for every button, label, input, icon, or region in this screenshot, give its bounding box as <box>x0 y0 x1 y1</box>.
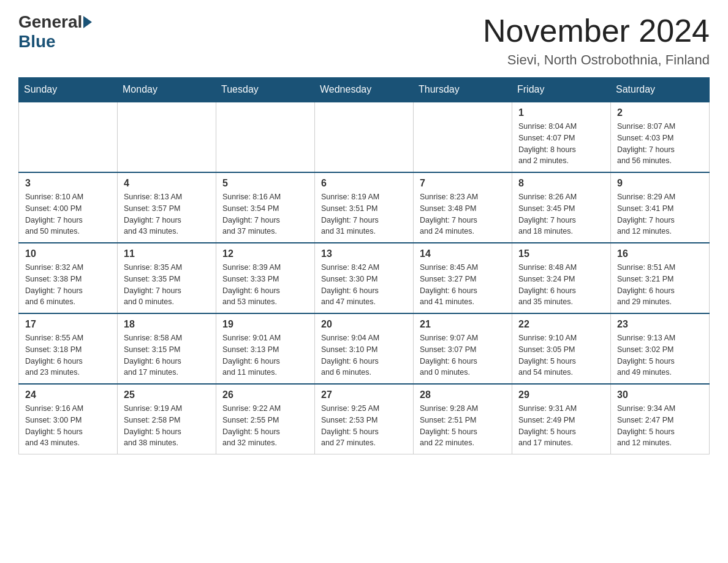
day-number: 3 <box>25 178 111 189</box>
day-number: 14 <box>420 248 506 259</box>
table-row: 26Sunrise: 9:22 AMSunset: 2:55 PMDayligh… <box>216 384 315 454</box>
table-row: 18Sunrise: 8:58 AMSunset: 3:15 PMDayligh… <box>118 313 216 384</box>
page-header: General Blue November 2024 Sievi, North … <box>18 12 710 68</box>
title-section: November 2024 Sievi, North Ostrobothnia,… <box>483 12 710 68</box>
table-row: 2Sunrise: 8:07 AMSunset: 4:03 PMDaylight… <box>611 102 710 172</box>
logo-general-text: General <box>18 12 82 32</box>
table-row: 29Sunrise: 9:31 AMSunset: 2:49 PMDayligh… <box>512 384 611 454</box>
calendar-week-row: 24Sunrise: 9:16 AMSunset: 3:00 PMDayligh… <box>19 384 710 454</box>
day-number: 16 <box>617 248 703 259</box>
table-row: 15Sunrise: 8:48 AMSunset: 3:24 PMDayligh… <box>512 243 611 313</box>
day-info: Sunrise: 9:28 AMSunset: 2:51 PMDaylight:… <box>420 403 506 449</box>
table-row: 10Sunrise: 8:32 AMSunset: 3:38 PMDayligh… <box>19 243 118 313</box>
calendar-week-row: 1Sunrise: 8:04 AMSunset: 4:07 PMDaylight… <box>19 102 710 172</box>
logo-arrow-icon <box>83 16 92 28</box>
day-info: Sunrise: 9:04 AMSunset: 3:10 PMDaylight:… <box>321 332 407 378</box>
table-row: 21Sunrise: 9:07 AMSunset: 3:07 PMDayligh… <box>414 313 512 384</box>
day-number: 29 <box>518 389 604 400</box>
table-row <box>315 102 414 172</box>
day-number: 12 <box>222 248 308 259</box>
table-row: 9Sunrise: 8:29 AMSunset: 3:41 PMDaylight… <box>611 172 710 243</box>
day-info: Sunrise: 8:16 AMSunset: 3:54 PMDaylight:… <box>222 191 308 237</box>
day-info: Sunrise: 8:07 AMSunset: 4:03 PMDaylight:… <box>617 121 703 167</box>
day-number: 4 <box>124 178 210 189</box>
day-number: 22 <box>518 319 604 330</box>
day-info: Sunrise: 9:01 AMSunset: 3:13 PMDaylight:… <box>222 332 308 378</box>
table-row: 25Sunrise: 9:19 AMSunset: 2:58 PMDayligh… <box>118 384 216 454</box>
col-tuesday: Tuesday <box>216 78 315 102</box>
day-number: 25 <box>124 389 210 400</box>
table-row: 6Sunrise: 8:19 AMSunset: 3:51 PMDaylight… <box>315 172 414 243</box>
day-info: Sunrise: 8:45 AMSunset: 3:27 PMDaylight:… <box>420 262 506 308</box>
col-friday: Friday <box>512 78 611 102</box>
logo: General Blue <box>18 12 92 52</box>
day-number: 18 <box>124 319 210 330</box>
calendar-header-row: Sunday Monday Tuesday Wednesday Thursday… <box>19 78 710 102</box>
day-number: 1 <box>518 107 604 118</box>
calendar-table: Sunday Monday Tuesday Wednesday Thursday… <box>18 77 710 454</box>
day-info: Sunrise: 8:26 AMSunset: 3:45 PMDaylight:… <box>518 191 604 237</box>
table-row: 1Sunrise: 8:04 AMSunset: 4:07 PMDaylight… <box>512 102 611 172</box>
day-info: Sunrise: 8:13 AMSunset: 3:57 PMDaylight:… <box>124 191 210 237</box>
day-number: 13 <box>321 248 407 259</box>
day-number: 20 <box>321 319 407 330</box>
table-row: 11Sunrise: 8:35 AMSunset: 3:35 PMDayligh… <box>118 243 216 313</box>
day-info: Sunrise: 8:58 AMSunset: 3:15 PMDaylight:… <box>124 332 210 378</box>
day-number: 24 <box>25 389 111 400</box>
col-monday: Monday <box>118 78 216 102</box>
logo-blue-text: Blue <box>18 32 56 52</box>
table-row <box>118 102 216 172</box>
day-number: 17 <box>25 319 111 330</box>
table-row <box>19 102 118 172</box>
day-info: Sunrise: 9:13 AMSunset: 3:02 PMDaylight:… <box>617 332 703 378</box>
table-row: 30Sunrise: 9:34 AMSunset: 2:47 PMDayligh… <box>611 384 710 454</box>
day-number: 23 <box>617 319 703 330</box>
day-info: Sunrise: 9:22 AMSunset: 2:55 PMDaylight:… <box>222 403 308 449</box>
table-row: 16Sunrise: 8:51 AMSunset: 3:21 PMDayligh… <box>611 243 710 313</box>
day-info: Sunrise: 8:42 AMSunset: 3:30 PMDaylight:… <box>321 262 407 308</box>
col-sunday: Sunday <box>19 78 118 102</box>
day-info: Sunrise: 8:55 AMSunset: 3:18 PMDaylight:… <box>25 332 111 378</box>
day-info: Sunrise: 8:39 AMSunset: 3:33 PMDaylight:… <box>222 262 308 308</box>
day-number: 21 <box>420 319 506 330</box>
day-number: 27 <box>321 389 407 400</box>
day-info: Sunrise: 8:48 AMSunset: 3:24 PMDaylight:… <box>518 262 604 308</box>
day-number: 6 <box>321 178 407 189</box>
table-row: 8Sunrise: 8:26 AMSunset: 3:45 PMDaylight… <box>512 172 611 243</box>
day-number: 5 <box>222 178 308 189</box>
day-info: Sunrise: 8:32 AMSunset: 3:38 PMDaylight:… <box>25 262 111 308</box>
day-info: Sunrise: 8:23 AMSunset: 3:48 PMDaylight:… <box>420 191 506 237</box>
day-info: Sunrise: 8:19 AMSunset: 3:51 PMDaylight:… <box>321 191 407 237</box>
day-number: 28 <box>420 389 506 400</box>
table-row: 13Sunrise: 8:42 AMSunset: 3:30 PMDayligh… <box>315 243 414 313</box>
calendar-week-row: 3Sunrise: 8:10 AMSunset: 4:00 PMDaylight… <box>19 172 710 243</box>
day-number: 9 <box>617 178 703 189</box>
day-info: Sunrise: 8:29 AMSunset: 3:41 PMDaylight:… <box>617 191 703 237</box>
table-row: 24Sunrise: 9:16 AMSunset: 3:00 PMDayligh… <box>19 384 118 454</box>
table-row: 19Sunrise: 9:01 AMSunset: 3:13 PMDayligh… <box>216 313 315 384</box>
table-row: 20Sunrise: 9:04 AMSunset: 3:10 PMDayligh… <box>315 313 414 384</box>
day-number: 8 <box>518 178 604 189</box>
table-row <box>414 102 512 172</box>
day-info: Sunrise: 9:10 AMSunset: 3:05 PMDaylight:… <box>518 332 604 378</box>
day-number: 7 <box>420 178 506 189</box>
day-number: 11 <box>124 248 210 259</box>
col-saturday: Saturday <box>611 78 710 102</box>
col-thursday: Thursday <box>414 78 512 102</box>
table-row: 4Sunrise: 8:13 AMSunset: 3:57 PMDaylight… <box>118 172 216 243</box>
day-number: 2 <box>617 107 703 118</box>
day-number: 15 <box>518 248 604 259</box>
table-row: 23Sunrise: 9:13 AMSunset: 3:02 PMDayligh… <box>611 313 710 384</box>
day-info: Sunrise: 9:25 AMSunset: 2:53 PMDaylight:… <box>321 403 407 449</box>
day-info: Sunrise: 9:07 AMSunset: 3:07 PMDaylight:… <box>420 332 506 378</box>
table-row: 27Sunrise: 9:25 AMSunset: 2:53 PMDayligh… <box>315 384 414 454</box>
day-info: Sunrise: 8:35 AMSunset: 3:35 PMDaylight:… <box>124 262 210 308</box>
table-row: 5Sunrise: 8:16 AMSunset: 3:54 PMDaylight… <box>216 172 315 243</box>
day-number: 10 <box>25 248 111 259</box>
table-row: 14Sunrise: 8:45 AMSunset: 3:27 PMDayligh… <box>414 243 512 313</box>
calendar-week-row: 17Sunrise: 8:55 AMSunset: 3:18 PMDayligh… <box>19 313 710 384</box>
day-info: Sunrise: 8:51 AMSunset: 3:21 PMDaylight:… <box>617 262 703 308</box>
day-info: Sunrise: 9:19 AMSunset: 2:58 PMDaylight:… <box>124 403 210 449</box>
table-row: 3Sunrise: 8:10 AMSunset: 4:00 PMDaylight… <box>19 172 118 243</box>
day-info: Sunrise: 9:34 AMSunset: 2:47 PMDaylight:… <box>617 403 703 449</box>
